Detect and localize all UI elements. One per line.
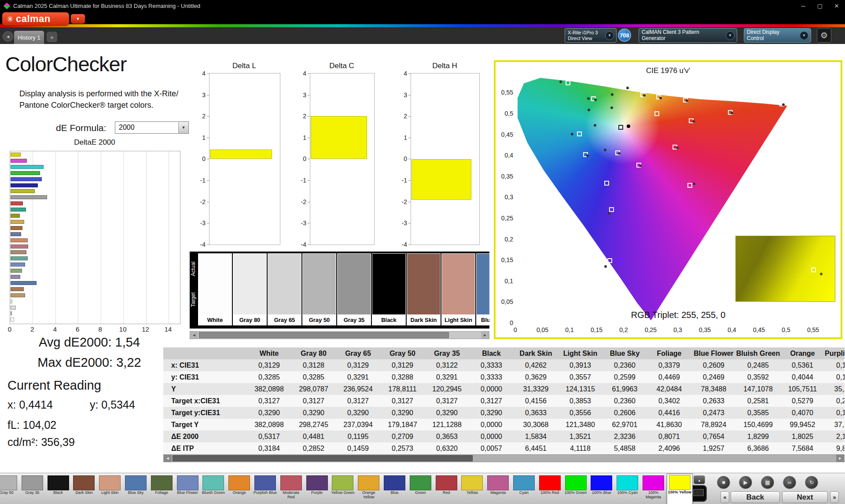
loop-button[interactable]: ∞ — [783, 476, 796, 489]
table-cell: 178,8111 — [380, 383, 425, 395]
close-button[interactable]: ✕ — [828, 3, 845, 9]
palette-swatch-bluish-green[interactable]: Bluish Green — [201, 475, 226, 503]
rgb-triplet-swatch — [735, 236, 835, 302]
table-cell: 0,3285 — [247, 371, 291, 383]
tab-back-button[interactable]: ◂ — [3, 31, 13, 42]
palette-label: Light Skin — [97, 491, 122, 495]
tab-history-1[interactable]: History 1 — [14, 31, 44, 44]
stop-button[interactable]: ■ — [717, 476, 730, 489]
palette-expand-button[interactable]: ▴ — [694, 475, 705, 484]
cie-x-tick-label: 0,5 — [782, 326, 790, 333]
palette-swatch-blue-sky[interactable]: Blue Sky — [123, 475, 148, 503]
palette-swatch-100-red[interactable]: 100% Red — [537, 475, 562, 503]
palette-swatch-black[interactable]: Black — [46, 475, 71, 503]
table-scrollbar[interactable]: ◄ ► — [163, 454, 845, 462]
swatch-strip-scrollbar[interactable]: ◄ ► — [190, 331, 489, 339]
cie-measured-dot — [604, 265, 607, 268]
palette-swatch-red[interactable]: Red — [434, 475, 459, 503]
palette-color — [384, 475, 405, 490]
colorchecker-swatch[interactable]: Dark Skin — [407, 253, 441, 325]
refresh-button[interactable]: ↻ — [805, 476, 818, 489]
deltae-bar — [11, 195, 47, 199]
settings-button[interactable]: ⚙ — [817, 28, 831, 43]
scroll-left-icon[interactable]: ◄ — [190, 332, 198, 339]
palette-swatch-purple[interactable]: Purple — [305, 475, 330, 503]
palette-swatch-yellow-green[interactable]: Yellow Green — [330, 475, 355, 503]
palette-swatch-moderate-red[interactable]: Moderate Red — [279, 475, 304, 503]
palette-swatch-foliage[interactable]: Foliage — [149, 475, 174, 503]
scrollbar-track[interactable] — [172, 455, 836, 462]
palette-swatch-light-skin[interactable]: Light Skin — [97, 475, 122, 503]
calman-logo-button[interactable]: ✳ calman — [2, 12, 69, 26]
meter-status-badge[interactable]: 708 — [618, 29, 631, 42]
colorchecker-swatch[interactable]: Gray 50 — [302, 253, 336, 325]
table-cell: 0,0000 — [469, 419, 514, 431]
palette-swatch-blue[interactable]: Blue — [382, 475, 407, 503]
colorchecker-swatch[interactable]: Gray 80 — [233, 253, 267, 325]
colorchecker-swatch[interactable]: Gray 35 — [337, 253, 371, 325]
palette-swatch-orange[interactable]: Orange — [227, 475, 252, 503]
palette-swatch-orange-yellow[interactable]: Orange Yellow — [356, 475, 381, 503]
calman-menu-dropdown[interactable]: ▼ — [71, 14, 85, 24]
table-cell: 147,1078 — [736, 383, 780, 395]
cie-measured-dot — [594, 99, 597, 101]
back-chevron-button[interactable]: « — [720, 491, 729, 503]
de-formula-dropdown[interactable]: 2000 ▼ — [115, 121, 189, 134]
colorchecker-swatch[interactable]: Light Skin — [441, 253, 475, 325]
palette-swatch-cyan[interactable]: Cyan — [511, 475, 536, 503]
scroll-right-icon[interactable]: ► — [481, 332, 489, 339]
next-button[interactable]: Next — [782, 491, 828, 503]
palette-swatch-purplish-blue[interactable]: Purplish Blue — [253, 475, 278, 503]
play-button[interactable]: ▶ — [739, 476, 752, 489]
cie-target-marker — [609, 207, 614, 212]
minimize-button[interactable]: ─ — [795, 3, 812, 9]
palette-swatch-100-green[interactable]: 100% Green — [563, 475, 588, 503]
palette-swatch-dark-skin[interactable]: Dark Skin — [71, 475, 96, 503]
cie-measured-dot — [559, 80, 562, 83]
delta-y-tick-label: 4 — [397, 70, 407, 77]
table-cell: 0,2360 — [603, 359, 647, 371]
colorchecker-swatch[interactable]: Black — [372, 253, 406, 325]
palette-swatch-100-cyan[interactable]: 100% Cyan — [615, 475, 640, 503]
delta-y-tick-label: 2 — [397, 113, 407, 120]
palette-swatch-100-yellow[interactable]: 100% Yellow — [667, 474, 693, 504]
palette-swatch-gray-50[interactable]: Gray 50 — [0, 475, 19, 503]
maximize-button[interactable]: ▢ — [812, 3, 828, 9]
palette-color — [0, 475, 17, 490]
tab-bar: ◂ History 1 + X-Rite i1Pro 3 Direct View… — [0, 27, 845, 44]
swatch-color — [476, 253, 489, 315]
palette-swatch-yellow[interactable]: Yellow — [459, 475, 485, 503]
deltae-bar — [11, 153, 21, 157]
next-chevron-button[interactable]: » — [830, 491, 839, 503]
display-control-dropdown[interactable]: Direct Display Control ▼ — [744, 28, 811, 43]
cie-1976-chart-panel[interactable]: CIE 1976 u'v' 0,550,50,450,40,350,30,250… — [494, 60, 842, 339]
palette-swatch-magenta[interactable]: Magenta — [485, 475, 511, 503]
scroll-right-icon[interactable]: ► — [836, 455, 844, 462]
deltae-gridline — [78, 151, 78, 324]
scrollbar-thumb[interactable] — [199, 332, 449, 338]
deltae-bar — [11, 299, 12, 303]
delta-y-tick-label: -2 — [196, 198, 206, 205]
colorchecker-swatch[interactable]: White — [198, 253, 232, 325]
palette-swatch-blue-flower[interactable]: Blue Flower — [175, 475, 200, 503]
palette-swatch-gray-35[interactable]: Gray 35 — [20, 475, 45, 503]
scroll-left-icon[interactable]: ◄ — [164, 455, 172, 462]
pattern-generator-dropdown[interactable]: CalMAN Client 3 Pattern Generator ▼ — [639, 28, 737, 43]
swatch-label: Gray 80 — [233, 315, 267, 325]
colorchecker-swatch[interactable]: Gray 65 — [268, 253, 301, 325]
add-tab-button[interactable]: + — [47, 32, 57, 42]
table-cell: 0,5317 — [247, 431, 291, 442]
save-button[interactable]: ▦ — [761, 476, 774, 489]
colorchecker-swatch[interactable]: Blue Sky — [476, 253, 489, 325]
meter-dropdown[interactable]: X-Rite i1Pro 3 Direct View ▼ — [565, 28, 617, 43]
chevron-down-icon: ▼ — [178, 122, 188, 133]
swatch-target-half — [407, 284, 440, 314]
back-button[interactable]: Back — [731, 491, 780, 503]
palette-swatch-green[interactable]: Green — [408, 475, 433, 503]
main-content: ColorChecker Display analysis is perform… — [0, 44, 845, 473]
scrollbar-track[interactable] — [198, 332, 481, 339]
delta-y-tick — [408, 138, 411, 138]
palette-swatch-100-blue[interactable]: 100% Blue — [589, 475, 614, 503]
palette-swatch-100-magenta[interactable]: 100% Magenta — [641, 475, 666, 503]
scrollbar-thumb[interactable] — [173, 455, 473, 461]
